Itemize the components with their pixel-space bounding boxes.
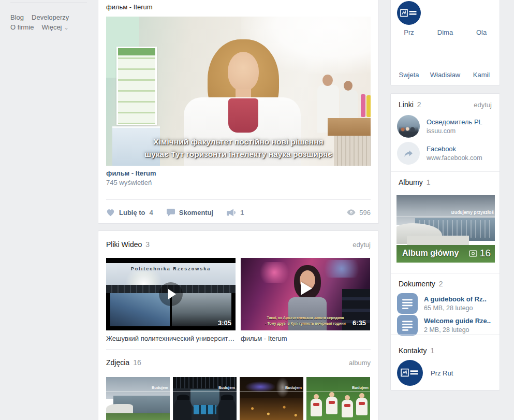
- comment-button[interactable]: Skomentuj: [167, 209, 213, 216]
- media-divider: [106, 349, 371, 350]
- member-name[interactable]: Prz: [404, 28, 414, 36]
- photo2-pilot-right: [218, 398, 236, 420]
- post-title: фильм - Iterum: [106, 3, 153, 11]
- docs-section-count: 2: [439, 280, 443, 288]
- photo3-crowd: [240, 398, 303, 420]
- footer-row-2: O firmie Więcej⌄: [10, 23, 69, 31]
- photo-thumbnail-4[interactable]: Budujem: [306, 377, 370, 420]
- politechnika-logo-icon: [400, 9, 418, 18]
- video2-caption[interactable]: фильм - Iterum: [241, 335, 370, 342]
- link-item-facebook[interactable]: Facebook www.facebook.com: [397, 142, 494, 165]
- video-thumbnails-row: Politechnika Rzeszowska 3:05 Такої, як А…: [106, 258, 370, 330]
- lab-scene-presenter-top: [228, 98, 258, 133]
- photo4-watermark: Budujem: [352, 385, 369, 390]
- link-item-osvedomitel[interactable]: Осведомитель PL issuu.com: [397, 115, 494, 138]
- doc-item-2[interactable]: Welcome guide Rze.. 2 MB, 28 lutego: [397, 315, 494, 336]
- members-card: Prz Dima Ola Swjeta Władisław Kamil: [390, 0, 500, 85]
- links-section-header: Linki 2 edytuj: [399, 100, 492, 109]
- footer-divider: [10, 3, 87, 3]
- video-captions-row: Жешувкий политехнический университет... …: [106, 335, 370, 342]
- doc-meta: 65 MB, 28 lutego: [424, 305, 487, 312]
- links-section-title[interactable]: Linki: [399, 100, 414, 109]
- member-wladislaw[interactable]: Władisław: [430, 44, 461, 79]
- video2-light-glow-blue: [318, 260, 365, 278]
- contacts-section-title[interactable]: Kontakty: [399, 346, 427, 355]
- member-swjeta[interactable]: Swjeta: [397, 44, 421, 79]
- heart-icon: [106, 209, 115, 216]
- docs-section-header: Dokumenty 2: [399, 280, 492, 288]
- photo-thumbnail-2[interactable]: Budujem: [173, 377, 237, 420]
- member-name[interactable]: Władisław: [430, 71, 461, 79]
- like-button[interactable]: Lubię to 4: [106, 209, 153, 216]
- doc-meta: 2 MB, 28 lutego: [424, 326, 491, 334]
- video2-subtitles: Такої, як Арістотелевська золота середин…: [241, 315, 370, 326]
- videos-edit-link[interactable]: edytuj: [353, 241, 371, 249]
- media-card: Pliki Wideo 3 edytuj Politechnika Rzeszo…: [98, 230, 379, 420]
- lab-scene-presenter-face: [228, 52, 259, 91]
- doc-name[interactable]: A guidebook of Rz..: [424, 295, 487, 303]
- photo-thumbnail-1[interactable]: Budujem: [106, 377, 170, 420]
- video2-subtitle-line1: Такої, як Арістотелевська золота середин…: [241, 315, 370, 321]
- photo2-instruments: [194, 405, 216, 414]
- footer-row-1: Blog Developerzy: [10, 13, 69, 21]
- post-video-title-link[interactable]: фильм - Iterum: [106, 169, 156, 177]
- video1-caption[interactable]: Жешувкий политехнический университет...: [106, 335, 236, 342]
- footer-link-about[interactable]: O firmie: [10, 23, 34, 31]
- member-avatar-blank[interactable]: [469, 1, 493, 25]
- links-edit-link[interactable]: edytuj: [474, 101, 492, 109]
- link-domain: www.facebook.com: [427, 154, 482, 162]
- footer-link-developers[interactable]: Developerzy: [32, 13, 69, 21]
- lab-scene-cylinder-yellow: [366, 95, 371, 117]
- footer-link-blog[interactable]: Blog: [10, 13, 24, 21]
- photo4-dancer: [356, 398, 368, 415]
- post-video-player[interactable]: Хімічний факультет постійно нові рішення…: [106, 17, 371, 166]
- share-button[interactable]: 1: [227, 209, 244, 216]
- photo1-lawn: [106, 413, 170, 420]
- like-count: 4: [150, 209, 153, 216]
- footer-link-more[interactable]: Więcej⌄: [42, 23, 69, 31]
- post-total-views-count: 596: [359, 209, 371, 216]
- albums-section-title[interactable]: Albumy: [399, 178, 423, 186]
- video-thumbnail-1[interactable]: Politechnika Rzeszowska 3:05: [106, 258, 236, 330]
- photo4-dancer: [342, 400, 353, 417]
- member-ola[interactable]: Ola: [469, 1, 493, 36]
- photo2-pilot-right-cap: [221, 395, 233, 400]
- photo-thumbnail-3[interactable]: Budujem: [240, 377, 303, 420]
- info-card: Linki 2 edytuj Осведомитель PL issuu.com…: [390, 93, 500, 390]
- video2-subtitle-line2: - Тому друзі в Кулі гуляють вечірньої го…: [241, 321, 370, 326]
- member-name[interactable]: Swjeta: [399, 71, 419, 79]
- member-avatar-prz-logo[interactable]: [397, 1, 421, 25]
- doc-item-1[interactable]: A guidebook of Rz.. 65 MB, 28 lutego: [397, 293, 494, 314]
- videos-section-title[interactable]: Pliki Wideo: [106, 240, 142, 249]
- politechnika-logo-icon: [401, 368, 419, 378]
- member-avatar-blank[interactable]: [469, 44, 493, 67]
- contacts-section-count: 1: [430, 346, 434, 355]
- contact-avatar-logo[interactable]: [397, 360, 423, 386]
- member-dima[interactable]: Dima: [433, 1, 457, 36]
- album-name: Album główny: [402, 249, 459, 258]
- member-name[interactable]: Dima: [437, 28, 453, 36]
- member-prz[interactable]: Prz: [397, 1, 421, 36]
- album-cover-main[interactable]: Budujemy przyszłoś Album główny 16: [396, 195, 495, 263]
- document-icon: [397, 293, 418, 314]
- contact-item-prz-rut[interactable]: Prz Rut: [397, 360, 453, 386]
- member-avatar-blank[interactable]: [397, 44, 421, 67]
- external-link-icon: [397, 142, 420, 165]
- member-kamil[interactable]: Kamil: [469, 44, 493, 79]
- member-avatar-blank[interactable]: [433, 1, 457, 25]
- member-avatar-blank[interactable]: [433, 44, 457, 67]
- member-name[interactable]: Kamil: [473, 71, 490, 79]
- comment-icon: [167, 209, 175, 216]
- link-title[interactable]: Осведомитель PL: [427, 118, 482, 126]
- doc-name[interactable]: Welcome guide Rze..: [424, 317, 491, 325]
- photos-section-title[interactable]: Zdjęcia: [106, 358, 129, 367]
- post-views-count: 745 wyświetleń: [106, 179, 152, 186]
- photos-albums-link[interactable]: albumy: [349, 359, 371, 367]
- link-title[interactable]: Facebook: [427, 145, 482, 153]
- album-watermark-line: [396, 216, 495, 216]
- docs-section-title[interactable]: Dokumenty: [399, 280, 435, 288]
- member-name[interactable]: Ola: [476, 28, 487, 36]
- video-thumbnail-2[interactable]: Такої, як Арістотелевська золота середин…: [241, 258, 370, 330]
- contact-name[interactable]: Prz Rut: [431, 369, 453, 377]
- section-divider: [391, 273, 500, 273]
